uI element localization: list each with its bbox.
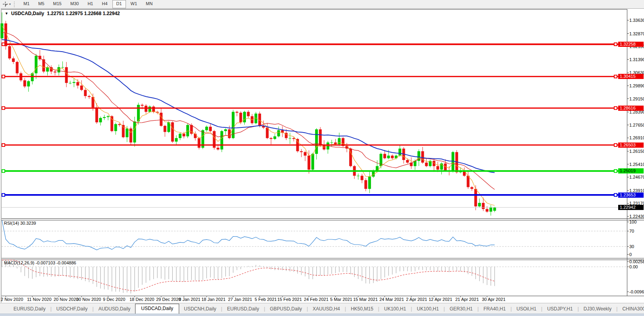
rsi-axis-tick-label: 0 bbox=[629, 252, 632, 257]
time-axis-label: 5 Feb 2021 bbox=[255, 297, 277, 302]
price-axis-tick-label: 1.33630 bbox=[629, 18, 644, 23]
symbol-tab-list: EURUSD,Daily|USDCHF,Daily|AUDUSD,DailyUS… bbox=[9, 304, 644, 314]
time-axis-label: 24 Feb 2021 bbox=[304, 297, 329, 302]
symbol-tab-audusd-daily[interactable]: AUDUSD,Daily bbox=[94, 304, 135, 314]
rsi-axis-tick-label: 30 bbox=[629, 244, 634, 249]
status-strip bbox=[0, 314, 644, 316]
symbol-tab-usdcnh-daily[interactable]: USDCNH,Daily bbox=[179, 304, 221, 314]
price-axis-tick-label: 1.31390 bbox=[629, 57, 644, 62]
symbol-tab-fra40-h1[interactable]: FRA40,H1 bbox=[479, 304, 511, 314]
price-axis-tick-label: 1.27650 bbox=[629, 123, 644, 127]
symbol-tab-eurusd-daily[interactable]: EURUSD,Daily bbox=[9, 304, 50, 314]
hline-handle-left[interactable] bbox=[2, 75, 5, 78]
symbol-tab-ger30-h1[interactable]: GER30,H1 bbox=[445, 304, 478, 314]
time-axis-label: 15 Feb 2021 bbox=[277, 297, 302, 302]
price-axis-tick-label: 1.29150 bbox=[629, 96, 644, 101]
symbol-tab-hk50-m15[interactable]: HK50,M15 bbox=[346, 304, 378, 314]
hline-handle-left[interactable] bbox=[2, 107, 5, 110]
time-axis-label: 12 Apr 2021 bbox=[429, 297, 452, 302]
symbol-tab-china300-h1[interactable]: CHINA300,H1 bbox=[617, 304, 644, 314]
symbol-tab-eurusd-daily[interactable]: EURUSD,Daily bbox=[222, 304, 264, 314]
rsi-axis-tick-label: 70 bbox=[629, 229, 634, 233]
time-axis-label: 18 Jan 2021 bbox=[201, 297, 226, 302]
time-axis-label: 30 Apr 2021 bbox=[482, 297, 505, 302]
time-axis-label: 9 Dec 2020 bbox=[103, 297, 125, 302]
hline-handle-left[interactable] bbox=[2, 170, 5, 172]
time-axis-label: 27 Jan 2021 bbox=[228, 297, 252, 302]
hline-handle-right[interactable] bbox=[614, 144, 617, 146]
price-axis-tick-label: 1.24670 bbox=[629, 175, 644, 179]
hline-handle-left[interactable] bbox=[2, 43, 5, 46]
symbol-tab-xauusd-h4[interactable]: XAUUSD,H4 bbox=[308, 304, 345, 314]
hline-handle-right[interactable] bbox=[614, 43, 617, 46]
time-axis-label: 11 Nov 2020 bbox=[27, 297, 52, 302]
time-axis-label: 8 Jan 2021 bbox=[179, 297, 200, 302]
symbol-tab-uk100-h1[interactable]: UK100,H1 bbox=[379, 304, 411, 314]
macd-indicator-label: MACD(12,26,9) -0.007103 -0.004886 bbox=[4, 260, 76, 265]
time-axis-label: 2 Apr 2021 bbox=[406, 297, 427, 302]
chart-symbol-period: USDCAD,Daily bbox=[11, 11, 44, 16]
chart-title: ▼ USDCAD,Daily 1.22751 1.22975 1.22668 1… bbox=[5, 11, 120, 16]
price-axis-tick-label: 1.22430 bbox=[629, 214, 644, 219]
hline-handle-right[interactable] bbox=[614, 75, 617, 78]
symbol-tab-usoil-h1[interactable]: USOil,H1 bbox=[512, 304, 541, 314]
collapse-triangle-icon[interactable]: ▼ bbox=[5, 12, 8, 15]
price-axis-tick-label: 1.26150 bbox=[629, 149, 644, 154]
macd-axis-tick-label: 0.00 bbox=[629, 264, 638, 269]
hline-price-tag: 1.30415 bbox=[618, 74, 644, 79]
symbol-tab-uk100-h1[interactable]: UK100,H1 bbox=[412, 304, 443, 314]
time-axis-label: 15 Mar 2021 bbox=[353, 297, 378, 302]
time-axis-label: 5 Mar 2021 bbox=[330, 297, 352, 302]
price-axis-tick-label: 1.25410 bbox=[629, 162, 644, 167]
symbol-tab-dj30-weekly[interactable]: DJ30,Weekly bbox=[579, 304, 616, 314]
symbol-tab-usdcad-daily[interactable]: USDCAD,Daily bbox=[135, 304, 179, 314]
chart-ohlc-values: 1.22751 1.22975 1.22668 1.22942 bbox=[47, 11, 120, 16]
time-axis-label: 29 Dec 2020 bbox=[156, 297, 181, 302]
hline-handle-left[interactable] bbox=[2, 194, 5, 197]
rsi-indicator-label: RSI(14) 30.3239 bbox=[4, 221, 36, 225]
hline-handle-right[interactable] bbox=[614, 107, 617, 110]
hline-price-tag: 1.25019 bbox=[618, 168, 644, 173]
hline-handle-right[interactable] bbox=[614, 194, 617, 197]
chart-canvas[interactable] bbox=[0, 0, 644, 316]
hline-price-tag: 1.28616 bbox=[618, 106, 644, 111]
time-axis-label: 18 Dec 2020 bbox=[130, 297, 154, 302]
hline-price-tag: 1.23653 bbox=[618, 193, 644, 198]
hline-handle-left[interactable] bbox=[2, 144, 5, 146]
price-axis-tick-label: 1.32870 bbox=[629, 31, 644, 36]
symbol-tabs-bar: EURUSD,Daily|USDCHF,Daily|AUDUSD,DailyUS… bbox=[0, 303, 644, 314]
symbol-tab-gbpusd-daily[interactable]: GBPUSD,Daily bbox=[265, 304, 307, 314]
macd-axis-tick-label: -0.00968 bbox=[629, 289, 644, 294]
time-axis-label: 20 Nov 2020 bbox=[54, 297, 78, 302]
rsi-axis-tick-label: 100 bbox=[629, 220, 636, 224]
price-axis-tick-label: 1.29890 bbox=[629, 83, 644, 88]
bid-price-tag: 1.22942 bbox=[618, 205, 644, 210]
symbol-tab-usdjpy-h1[interactable]: USDJPY,H1 bbox=[542, 304, 577, 314]
symbol-tab-usdchf-daily[interactable]: USDCHF,Daily bbox=[52, 304, 93, 314]
hline-handle-right[interactable] bbox=[614, 170, 617, 172]
time-axis-label: 24 Mar 2021 bbox=[379, 297, 404, 302]
time-axis-label: 21 Apr 2021 bbox=[455, 297, 479, 302]
hline-price-tag: 1.32258 bbox=[618, 42, 644, 47]
price-axis-tick-label: 1.26910 bbox=[629, 135, 644, 140]
time-axis-label: 30 Nov 2020 bbox=[76, 297, 101, 302]
time-axis-label: 2 Nov 2020 bbox=[1, 297, 23, 302]
macd-axis-tick-label: 0.00258 bbox=[629, 259, 644, 264]
hline-price-tag: 1.26503 bbox=[618, 143, 644, 148]
